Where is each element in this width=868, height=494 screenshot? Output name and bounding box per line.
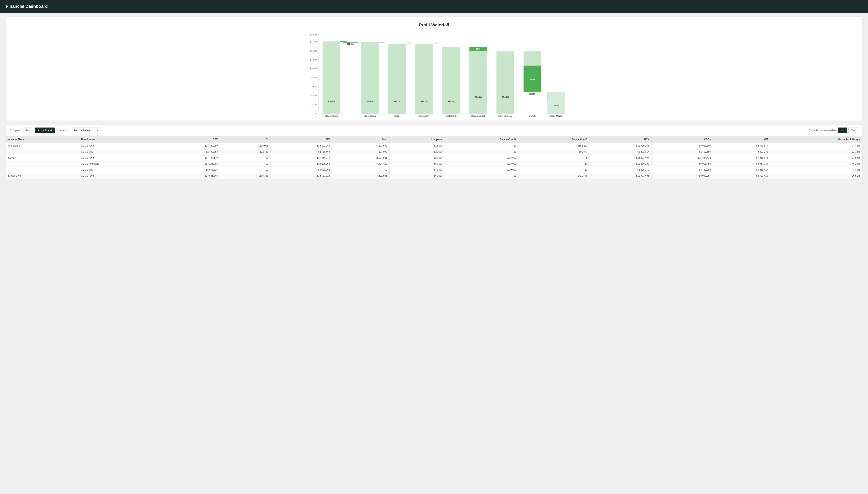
cell-rebate-cond-pct: $916,000 — [445, 161, 519, 167]
cell-oi: $0 — [220, 167, 271, 173]
table-body: Giant Eagle ACME Food $13,732,089 $325,0… — [6, 143, 862, 179]
table-row: Giant Eagle ACME Food $13,732,089 $325,0… — [6, 143, 862, 149]
cell-lumpsum: $20,000 — [390, 149, 445, 155]
cell-account-name — [6, 167, 79, 173]
cell-lumpsum: $20,000 — [390, 155, 445, 161]
cell-rebate-cond-dollar: $411,746 — [519, 173, 590, 179]
svg-text:$0: $0 — [314, 112, 317, 115]
cell-scan: $532,561 — [332, 173, 389, 179]
cell-nsv: $12,706,243 — [590, 143, 652, 149]
bar-scan — [388, 44, 406, 114]
cell-lumpsum: $60,000 — [390, 173, 445, 179]
cell-nsv: $2,602,917 — [590, 149, 652, 155]
page-title: Financial Dashboard — [6, 4, 48, 9]
main-container: Profit Waterfall $0 $20M $40M $60M $80M … — [0, 13, 868, 183]
cell-oi: $0 — [220, 161, 271, 167]
cell-cogs: $1,710,686 — [651, 149, 713, 155]
cell-rebate-cond-dollar: $91,547 — [519, 149, 590, 155]
col-header-gpm: Gross Profit Margin — [770, 136, 862, 143]
col-header-scan: Scan — [332, 136, 389, 143]
cell-lumpsum: $30,000 — [390, 167, 445, 173]
cell-niv: $5,598,395 — [271, 167, 332, 173]
cell-rebate-cond-dollar: $552,289 — [519, 143, 590, 149]
cell-oi: $325,005 — [220, 143, 271, 149]
cell-oi: $108,333 — [220, 173, 271, 179]
cell-gsv: $2,760,883 — [158, 149, 220, 155]
cell-cogs: $8,999,987 — [651, 173, 713, 179]
cell-rebate-cond-pct: $o — [445, 173, 519, 179]
col-header-gm: GM — [713, 136, 770, 143]
data-table: Account Name Brand Name GSV OI NIV Scan … — [6, 136, 862, 179]
cell-brand-name: ACME Food — [79, 143, 158, 149]
cell-cogs: $6,918,450 — [651, 161, 713, 167]
cell-niv: $14,296,965 — [271, 161, 332, 167]
cell-scan: $23,990 — [332, 149, 389, 155]
svg-text:$50M: $50M — [553, 104, 559, 107]
bar-niv — [361, 42, 379, 114]
svg-text:$153M: $153M — [448, 100, 455, 103]
cell-niv: $27,464,179 — [271, 155, 332, 161]
group-by-control: Group by: Acc Acc + Brand — [10, 128, 55, 133]
cell-gsv: $13,836,046 — [158, 173, 220, 179]
svg-text:$93M: $93M — [529, 78, 535, 81]
cell-rebate-cond-dollar: $ — [519, 155, 590, 161]
col-header-rebate-cond-dollar: Rebate Cond$ — [519, 136, 590, 143]
cell-niv: $2,738,455 — [271, 149, 332, 155]
svg-text:$50M: $50M — [529, 93, 535, 95]
cell-lumpsum: $60,000 — [390, 161, 445, 167]
cell-gpm: 26.91% — [770, 173, 862, 179]
svg-text:$60M: $60M — [311, 85, 317, 88]
chart-title: Profit Waterfall — [12, 22, 856, 27]
cell-gm: $7,358,675 — [713, 155, 770, 161]
show-accounts-label: Show Accounts w/o data — [809, 129, 836, 132]
cell-gm: $5,967,739 — [713, 161, 770, 167]
svg-text:Lumpusm: Lumpusm — [419, 115, 429, 117]
table-section: Group by: Acc Acc + Brand Order by: Acco… — [6, 125, 862, 179]
show-accounts-no-button[interactable]: No — [838, 128, 847, 133]
svg-text:$80M: $80M — [311, 76, 317, 79]
svg-text:$9M: $9M — [476, 48, 480, 50]
cell-niv: $13,407,084 — [271, 143, 332, 149]
cell-gpm: 48.15% — [770, 161, 862, 167]
cell-cogs: $8,932,366 — [651, 143, 713, 149]
cell-oi: $0 — [220, 155, 271, 161]
cell-cogs: $17,864,732 — [651, 155, 713, 161]
cell-gpm: 27.86% — [770, 155, 862, 161]
cell-brand-name: ACME Homecare — [79, 161, 158, 167]
cell-gpm: 37.5% — [770, 167, 862, 173]
cell-gpm: 27.48% — [770, 143, 862, 149]
cell-gm: $3,723,419 — [713, 173, 770, 179]
cell-gm: $3,773,877 — [713, 143, 770, 149]
cell-gpm: 32.32% — [770, 149, 862, 155]
order-by-control: Order by: Account Name Brand Name GSV NI… — [59, 128, 100, 133]
col-header-nsv: NSV — [590, 136, 652, 143]
bar-nsv — [496, 51, 514, 114]
svg-text:GSV Subtotal: GSV Subtotal — [324, 115, 338, 117]
table-row: Kroger Corp ACME Food $13,836,046 $108,3… — [6, 173, 862, 179]
svg-text:$100M: $100M — [310, 67, 317, 70]
group-by-label: Group by: — [10, 129, 21, 132]
svg-text:RebateCond%: RebateCond% — [443, 115, 458, 117]
group-acc-button[interactable]: Acc — [22, 128, 33, 133]
cell-scan: $1,927,025 — [332, 155, 389, 161]
cell-account-name: Giant Eagle — [6, 143, 79, 149]
bar-gm — [547, 92, 565, 114]
svg-text:$20M: $20M — [311, 103, 317, 106]
svg-text:$166M: $166M — [328, 100, 335, 103]
show-accounts-yes-button[interactable]: Yes — [848, 128, 858, 133]
cell-gsv: $14,296,965 — [158, 161, 220, 167]
svg-text:$144M: $144M — [502, 96, 509, 98]
group-acc-brand-button[interactable]: Acc + Brand — [35, 128, 55, 133]
cell-account-name: Kroger Corp — [6, 173, 79, 179]
chart-section: Profit Waterfall $0 $20M $40M $60M $80M … — [6, 17, 862, 120]
cell-lumpsum: $15,000 — [390, 143, 445, 149]
col-header-account-name: Account Name — [6, 136, 79, 143]
waterfall-chart-wrapper: $0 $20M $40M $60M $80M $100M $120M $140M… — [12, 33, 856, 117]
cell-nsv: $12,723,406 — [590, 173, 652, 179]
cell-scan: $0 — [332, 167, 389, 173]
order-by-select[interactable]: Account Name Brand Name GSV NIV — [71, 128, 100, 133]
cell-brand-name: ACME Food — [79, 173, 158, 179]
bar-gsv — [322, 41, 340, 114]
cell-gsv: $5,598,395 — [158, 167, 220, 173]
cell-gsv: $27,464,179 — [158, 155, 220, 161]
